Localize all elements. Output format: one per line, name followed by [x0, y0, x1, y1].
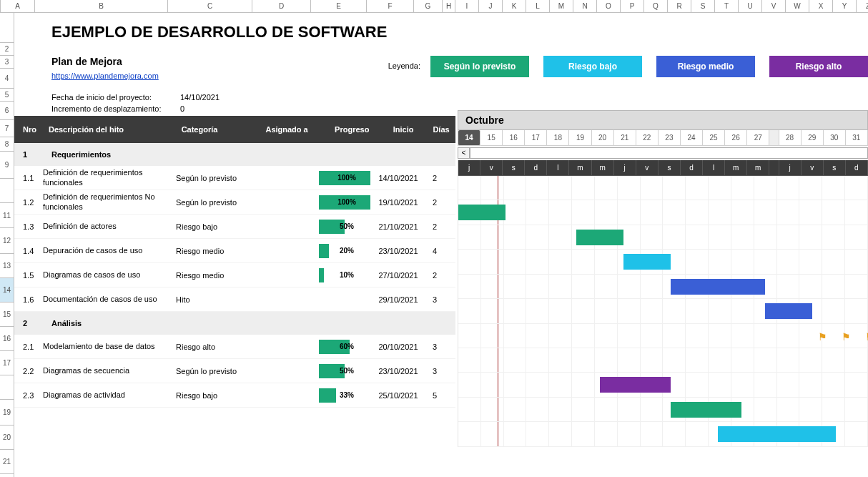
cell-desc[interactable]: Modelamiento de base de datos: [43, 342, 176, 352]
project-link[interactable]: https://www.plandemejora.com: [51, 72, 159, 80]
column-header[interactable]: I: [455, 0, 479, 12]
scroll-left-button[interactable]: <: [458, 147, 470, 159]
gantt-bar[interactable]: [671, 402, 741, 418]
cell-dias[interactable]: 3: [422, 367, 448, 375]
column-header[interactable]: G: [414, 0, 443, 12]
cell-nro[interactable]: 2.2: [14, 367, 43, 375]
cell-ini[interactable]: 19/10/2021: [375, 198, 422, 207]
date-header-cell[interactable]: 19: [569, 130, 591, 146]
cell-nro[interactable]: 1.1: [14, 174, 43, 182]
cell-prog[interactable]: 60%: [319, 340, 375, 354]
cell-cat[interactable]: Hito: [176, 295, 260, 304]
cell-dias[interactable]: 4: [422, 247, 448, 255]
cell-prog[interactable]: 20%: [319, 244, 375, 258]
table-row[interactable]: 2.2Diagramas de secuenciaSegún lo previs…: [14, 359, 455, 383]
column-header[interactable]: O: [597, 0, 621, 12]
cell-cat[interactable]: Riesgo medio: [176, 271, 260, 280]
date-header-cell[interactable]: 31: [846, 130, 868, 146]
row-header[interactable]: 13: [0, 254, 14, 278]
cell-desc[interactable]: Definición de requerimientos funcionales: [43, 168, 176, 188]
cell-nro[interactable]: 2.1: [14, 343, 43, 351]
row-header[interactable]: [0, 13, 14, 43]
date-header-cell[interactable]: 23: [659, 130, 681, 146]
date-header-cell[interactable]: 27: [747, 130, 769, 146]
date-header-cell[interactable]: 14: [458, 130, 480, 146]
cell-dias[interactable]: 5: [422, 391, 448, 400]
column-header[interactable]: R: [668, 0, 691, 12]
gantt-bar[interactable]: [718, 426, 836, 442]
table-row[interactable]: 1.1Definición de requerimientos funciona…: [14, 166, 455, 190]
column-header[interactable]: D: [252, 0, 311, 12]
column-header[interactable]: K: [503, 0, 526, 12]
group-row[interactable]: 1Requerimientos: [14, 143, 455, 166]
cell-prog[interactable]: 100%: [319, 195, 375, 210]
row-header[interactable]: 17: [0, 351, 14, 375]
row-header[interactable]: 4: [0, 69, 14, 89]
scroll-track[interactable]: [470, 147, 868, 159]
column-header[interactable]: E: [311, 0, 367, 12]
cell-dias[interactable]: 2: [422, 198, 448, 207]
date-header-cell[interactable]: 17: [525, 130, 547, 146]
table-row[interactable]: 1.3Definición de actoresRiesgo bajo50%21…: [14, 215, 455, 239]
cell-nro[interactable]: 1.5: [14, 271, 43, 280]
column-header[interactable]: H: [443, 0, 455, 12]
column-header[interactable]: P: [621, 0, 644, 12]
date-header-cell[interactable]: 21: [614, 130, 636, 146]
cell-ini[interactable]: 14/10/2021: [375, 174, 422, 182]
gantt-bar[interactable]: [458, 205, 505, 220]
row-header[interactable]: 15: [0, 303, 14, 327]
row-header[interactable]: 2: [0, 43, 14, 56]
cell-ini[interactable]: 23/10/2021: [375, 247, 422, 255]
cell-dias[interactable]: 3: [422, 295, 448, 304]
cell-desc[interactable]: Documentación de casos de uso: [43, 295, 176, 305]
cell-nro[interactable]: 1.6: [14, 295, 43, 304]
date-header-cell[interactable]: 30: [824, 130, 846, 146]
gantt-bar[interactable]: [671, 279, 765, 295]
row-header[interactable]: 7: [0, 120, 14, 137]
column-header[interactable]: X: [809, 0, 833, 12]
cell-nro[interactable]: 1.3: [14, 222, 43, 231]
row-header[interactable]: 16: [0, 327, 14, 351]
cell-prog[interactable]: 100%: [319, 171, 375, 185]
column-header[interactable]: J: [479, 0, 503, 12]
column-header[interactable]: S: [691, 0, 715, 12]
column-header[interactable]: Y: [833, 0, 857, 12]
cell-ini[interactable]: 27/10/2021: [375, 271, 422, 280]
row-header[interactable]: 21: [0, 450, 14, 474]
row-header[interactable]: 20: [0, 426, 14, 450]
row-header[interactable]: [0, 179, 14, 203]
cell-desc[interactable]: Diagramas de secuencia: [43, 366, 176, 376]
column-header[interactable]: M: [550, 0, 573, 12]
cell-cat[interactable]: Riesgo bajo: [176, 222, 260, 231]
date-header-cell[interactable]: 16: [503, 130, 525, 146]
date-header-cell[interactable]: 29: [802, 130, 824, 146]
cell-prog[interactable]: 10%: [319, 268, 375, 282]
gantt-bar[interactable]: [576, 230, 623, 245]
row-header[interactable]: 8: [0, 137, 14, 152]
date-header-cell[interactable]: [769, 130, 779, 146]
cell-nro[interactable]: 1.2: [14, 198, 43, 207]
cell-prog[interactable]: 33%: [319, 388, 375, 403]
date-header-cell[interactable]: 18: [547, 130, 569, 146]
cell-cat[interactable]: Riesgo bajo: [176, 391, 260, 400]
date-header-cell[interactable]: 28: [779, 130, 802, 146]
cell-cat[interactable]: Riesgo medio: [176, 247, 260, 255]
column-header[interactable]: Z: [857, 0, 868, 12]
column-header[interactable]: A: [1, 0, 35, 12]
cell-cat[interactable]: Según lo previsto: [176, 174, 260, 182]
column-header[interactable]: F: [367, 0, 414, 12]
cell-dias[interactable]: 2: [422, 174, 448, 182]
cell-ini[interactable]: 21/10/2021: [375, 222, 422, 231]
table-row[interactable]: 1.6Documentación de casos de usoHito29/1…: [14, 287, 455, 312]
cell-desc[interactable]: Definición de actores: [43, 222, 176, 232]
gantt-bar[interactable]: [600, 377, 671, 393]
table-row[interactable]: 2.3Diagramas de actividadRiesgo bajo33%2…: [14, 383, 455, 408]
column-header[interactable]: W: [786, 0, 809, 12]
date-header-cell[interactable]: 25: [703, 130, 725, 146]
cell-prog[interactable]: 50%: [319, 364, 375, 378]
column-header[interactable]: B: [35, 0, 168, 12]
gantt-bar[interactable]: [623, 254, 671, 270]
table-row[interactable]: 2.1Modelamiento de base de datosRiesgo a…: [14, 335, 455, 359]
increment-value[interactable]: 0: [180, 104, 184, 113]
cell-cat[interactable]: Según lo previsto: [176, 367, 260, 375]
